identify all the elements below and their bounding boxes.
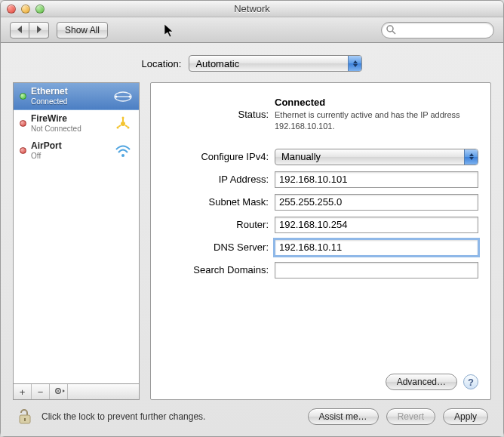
detail-footer: Advanced… ? bbox=[163, 374, 478, 390]
location-value: Automatic bbox=[195, 58, 239, 69]
interface-name: FireWire bbox=[31, 114, 109, 124]
configure-ipv4-select[interactable]: Manually bbox=[275, 149, 478, 165]
location-row: Location: Automatic bbox=[13, 55, 491, 72]
status-label: Status: bbox=[163, 109, 275, 120]
search-domains-label: Search Domains: bbox=[163, 264, 275, 275]
interface-text: AirPort Off bbox=[31, 141, 109, 159]
interface-status: Off bbox=[31, 152, 109, 160]
advanced-button[interactable]: Advanced… bbox=[386, 374, 457, 390]
router-label: Router: bbox=[163, 219, 275, 230]
interface-text: Ethernet Connected bbox=[31, 87, 109, 105]
wifi-icon bbox=[113, 143, 133, 158]
dns-server-input[interactable] bbox=[275, 239, 478, 256]
configure-row: Configure IPv4: Manually bbox=[163, 149, 478, 165]
svg-rect-21 bbox=[24, 418, 26, 421]
interface-item-airport[interactable]: AirPort Off bbox=[14, 137, 139, 165]
select-stepper-icon bbox=[348, 56, 361, 71]
network-prefpane-window: Network Show All Location: Automatic bbox=[0, 0, 504, 437]
window-title: Network bbox=[1, 3, 503, 14]
status-description: Ethernet is currently active and has the… bbox=[275, 109, 478, 132]
gear-icon bbox=[54, 386, 65, 395]
svg-point-7 bbox=[115, 95, 118, 97]
ip-label: IP Address: bbox=[163, 174, 275, 185]
router-row: Router: bbox=[163, 217, 478, 233]
svg-point-9 bbox=[121, 122, 125, 126]
lock-button[interactable] bbox=[16, 408, 34, 426]
content-area: Location: Automatic Ethernet Connected bbox=[1, 43, 503, 436]
svg-point-14 bbox=[117, 126, 119, 128]
configure-label: Configure IPv4: bbox=[163, 151, 275, 162]
search-domains-row: Search Domains: bbox=[163, 262, 478, 279]
chevron-left-icon bbox=[17, 26, 23, 33]
location-label: Location: bbox=[142, 58, 182, 69]
titlebar: Network bbox=[1, 1, 503, 17]
search-field-wrap bbox=[381, 22, 494, 38]
ethernet-icon bbox=[113, 89, 133, 104]
status-row: Status: Connected Ethernet is currently … bbox=[163, 97, 478, 132]
subnet-label: Subnet Mask: bbox=[163, 196, 275, 208]
location-select[interactable]: Automatic bbox=[189, 55, 362, 72]
lock-text: Click the lock to prevent further change… bbox=[41, 411, 205, 422]
configure-value: Manually bbox=[281, 151, 321, 162]
show-all-button[interactable]: Show All bbox=[57, 22, 108, 38]
svg-line-11 bbox=[118, 125, 121, 127]
subnet-mask-input[interactable] bbox=[275, 194, 478, 211]
main-split: Ethernet Connected FireWire Not Connecte… bbox=[13, 82, 491, 400]
chevron-right-icon bbox=[36, 26, 42, 33]
svg-marker-1 bbox=[37, 26, 41, 33]
traffic-lights bbox=[1, 5, 45, 14]
interface-status: Not Connected bbox=[31, 125, 109, 133]
lock-open-icon bbox=[17, 408, 32, 425]
ip-address-input[interactable] bbox=[275, 171, 478, 188]
svg-point-8 bbox=[129, 95, 131, 97]
svg-marker-19 bbox=[63, 389, 65, 392]
dns-label: DNS Server: bbox=[163, 242, 275, 253]
interface-name: AirPort bbox=[31, 141, 109, 151]
interface-item-ethernet[interactable]: Ethernet Connected bbox=[14, 83, 139, 110]
interface-status: Connected bbox=[31, 97, 109, 106]
help-button[interactable]: ? bbox=[463, 374, 478, 389]
svg-marker-0 bbox=[17, 26, 22, 33]
select-stepper-icon bbox=[464, 149, 478, 165]
zoom-button[interactable] bbox=[35, 5, 45, 14]
dns-row: DNS Server: bbox=[163, 239, 478, 256]
forward-button[interactable] bbox=[29, 22, 49, 38]
interface-item-firewire[interactable]: FireWire Not Connected bbox=[14, 110, 139, 137]
revert-button[interactable]: Revert bbox=[386, 408, 435, 425]
interface-name: Ethernet bbox=[31, 87, 109, 97]
svg-line-12 bbox=[125, 125, 128, 127]
svg-point-15 bbox=[128, 126, 130, 128]
detail-panel: Status: Connected Ethernet is currently … bbox=[150, 82, 491, 400]
close-button[interactable] bbox=[7, 5, 16, 14]
firewire-icon bbox=[113, 116, 133, 131]
status-dot-icon bbox=[20, 93, 26, 100]
svg-point-16 bbox=[121, 154, 124, 157]
interface-actions-button[interactable] bbox=[50, 384, 68, 399]
status-dot-icon bbox=[20, 147, 26, 154]
search-input[interactable] bbox=[381, 22, 494, 38]
interfaces-list[interactable]: Ethernet Connected FireWire Not Connecte… bbox=[13, 82, 140, 383]
subnet-row: Subnet Mask: bbox=[163, 194, 478, 211]
minimize-button[interactable] bbox=[21, 5, 30, 14]
apply-button[interactable]: Apply bbox=[443, 408, 488, 425]
bottom-bar: Click the lock to prevent further change… bbox=[13, 400, 491, 429]
add-interface-button[interactable]: + bbox=[14, 384, 32, 399]
svg-point-13 bbox=[122, 116, 124, 118]
ip-row: IP Address: bbox=[163, 171, 478, 188]
router-input[interactable] bbox=[275, 217, 478, 233]
svg-point-18 bbox=[57, 390, 59, 392]
interfaces-sidebar: Ethernet Connected FireWire Not Connecte… bbox=[13, 82, 140, 400]
assist-me-button[interactable]: Assist me… bbox=[308, 408, 379, 425]
back-button[interactable] bbox=[10, 22, 29, 38]
interface-text: FireWire Not Connected bbox=[31, 114, 109, 132]
status-value: Connected bbox=[275, 97, 478, 108]
search-domains-input[interactable] bbox=[275, 262, 478, 279]
toolbar: Show All bbox=[1, 17, 503, 43]
sidebar-toolbar: + − bbox=[13, 383, 140, 400]
status-dot-icon bbox=[20, 120, 26, 127]
remove-interface-button[interactable]: − bbox=[32, 384, 50, 399]
nav-seg bbox=[10, 22, 49, 38]
